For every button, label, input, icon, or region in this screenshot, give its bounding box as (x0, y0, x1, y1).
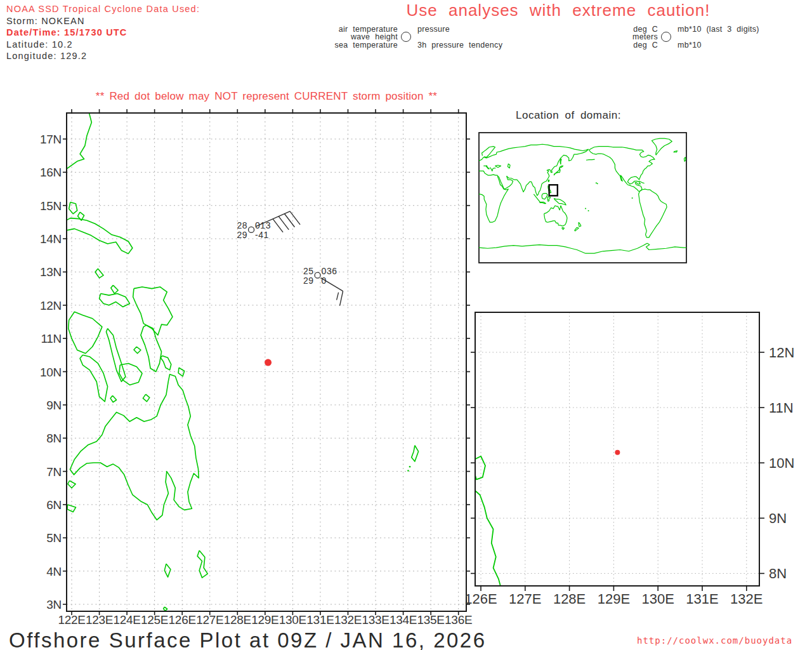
main-map-y-tick-label: 12N (40, 299, 62, 312)
storm-position-dot (265, 359, 272, 366)
main-map-x-tick-label: 132E (334, 613, 362, 627)
zoom-map: 126E127E128E129E130E131E132E12N11N10N9N8… (464, 312, 794, 607)
station-air-temp: 28 (237, 220, 247, 230)
station-sea-temp: 29 (303, 275, 314, 286)
zoom-map-x-tick-label: 126E (464, 591, 497, 607)
station-pressure-tendency: 0 (322, 275, 327, 286)
station-sea-temp: 29 (237, 230, 247, 240)
world-locator-map (479, 133, 686, 263)
station-pressure: 013 (255, 220, 271, 230)
main-map-x-tick-label: 128E (224, 613, 251, 627)
zoom-map-ticks (471, 352, 764, 591)
main-map-x-tick-label: 122E (58, 613, 85, 627)
main-map-y-tick-label: 16N (40, 166, 62, 179)
zoom-map-y-tick-label: 11N (769, 400, 794, 416)
world-map-border (479, 133, 686, 263)
main-map: 122E123E124E125E126E127E128E129E130E131E… (40, 109, 472, 627)
main-map-y-tick-label: 8N (46, 432, 62, 445)
station-pressure: 036 (322, 266, 337, 276)
main-map-y-tick-label: 10N (40, 366, 62, 379)
main-map-x-tick-label: 136E (445, 613, 472, 627)
zoom-map-y-tick-label: 10N (769, 455, 794, 471)
zoom-map-x-tick-label: 132E (730, 591, 763, 607)
main-map-x-tick-label: 125E (141, 613, 168, 627)
station-circle-icon (315, 272, 320, 278)
world-coastlines (479, 138, 686, 253)
main-map-y-tick-label: 6N (46, 498, 62, 512)
main-map-x-tick-label: 123E (86, 613, 113, 627)
zoom-map-coastlines (474, 456, 501, 589)
station-pressure-tendency: -41 (255, 230, 269, 240)
zoom-map-y-tick-label: 12N (769, 345, 794, 361)
main-map-x-tick-label: 127E (196, 613, 223, 627)
main-map-y-tick-label: 4N (46, 565, 62, 578)
main-map-x-tick-label: 133E (362, 613, 389, 627)
station-air-temp: 25 (303, 266, 314, 276)
main-map-y-tick-label: 17N (40, 133, 62, 146)
main-map-x-tick-label: 130E (279, 613, 306, 627)
zoom-map-x-tick-label: 127E (509, 591, 541, 607)
station-plot: 25036290 (303, 266, 343, 306)
station-circle-icon (249, 227, 254, 232)
main-map-y-tick-label: 14N (40, 232, 62, 246)
zoom-map-x-tick-label: 128E (553, 591, 586, 607)
main-map-x-tick-label: 126E (169, 613, 196, 627)
main-map-x-tick-label: 131E (306, 613, 334, 627)
source-url: http://coolwx.com/buoydata (637, 635, 792, 646)
station-plot: 2801329-41 (237, 211, 300, 240)
zoom-map-grid (475, 312, 759, 586)
main-map-axis-labels: 122E123E124E125E126E127E128E129E130E131E… (40, 133, 472, 627)
main-map-y-tick-label: 9N (46, 399, 62, 412)
main-map-x-tick-label: 135E (417, 613, 445, 627)
zoom-map-x-tick-label: 131E (686, 591, 718, 607)
storm-position-dot (615, 450, 620, 455)
zoom-map-border (475, 312, 759, 586)
main-map-y-tick-label: 13N (40, 265, 62, 279)
main-map-y-tick-label: 3N (46, 598, 62, 611)
main-map-x-tick-label: 129E (251, 613, 278, 627)
surface-plot-canvas: 122E123E124E125E126E127E128E129E130E131E… (0, 0, 812, 650)
zoom-map-y-tick-label: 8N (769, 566, 787, 581)
zoom-map-x-tick-label: 130E (642, 591, 674, 607)
main-map-y-tick-label: 11N (41, 332, 62, 345)
main-map-coastlines (65, 112, 418, 611)
main-map-y-tick-label: 15N (40, 199, 62, 213)
plot-title: Offshore Surface Plot at 09Z / JAN 16, 2… (9, 628, 487, 650)
main-map-x-tick-label: 124E (114, 613, 141, 627)
main-map-x-tick-label: 134E (390, 613, 417, 627)
zoom-map-y-tick-label: 9N (769, 510, 787, 526)
main-map-y-tick-label: 7N (46, 465, 62, 479)
zoom-map-x-tick-label: 129E (598, 591, 630, 607)
main-map-y-tick-label: 5N (46, 531, 62, 545)
